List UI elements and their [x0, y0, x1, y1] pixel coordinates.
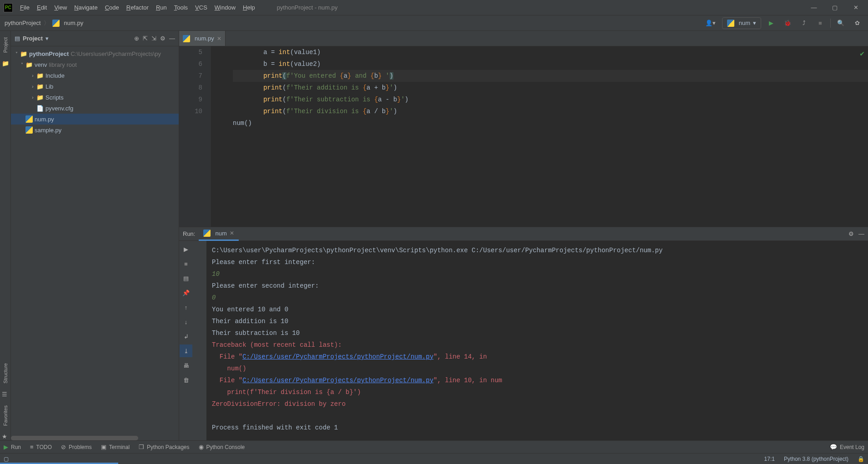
run-output[interactable]: C:\Users\user\PycharmProjects\pythonProj…: [206, 241, 868, 440]
menu-code[interactable]: Code: [101, 0, 123, 15]
lock-icon[interactable]: 🔒: [858, 456, 864, 462]
chevron-right-icon[interactable]: ›: [29, 73, 36, 78]
chevron-right-icon[interactable]: ›: [29, 84, 36, 89]
rerun-button[interactable]: ▶: [180, 243, 192, 255]
file-link[interactable]: C:/Users/user/PycharmProjects/pythonProj…: [242, 377, 433, 384]
menu-vcs[interactable]: VCS: [191, 0, 211, 15]
chevron-down-icon[interactable]: ˅: [13, 51, 20, 56]
bottom-tab-python-console[interactable]: ◉Python Console: [199, 444, 245, 450]
run-tab[interactable]: num ✕: [199, 227, 238, 241]
menu-help[interactable]: Help: [239, 0, 259, 15]
tree-item[interactable]: ›📁Scripts: [11, 92, 179, 103]
menu-refactor[interactable]: Refactor: [123, 0, 152, 15]
folder-icon[interactable]: 📁: [2, 60, 9, 67]
tree-item[interactable]: ›📁Include: [11, 70, 179, 81]
terminal-icon: ▣: [101, 444, 106, 450]
clear-button[interactable]: 🗑: [180, 374, 192, 386]
crumb-root[interactable]: pythonProject: [5, 20, 41, 26]
scroll-to-end-button[interactable]: ⤓: [180, 344, 192, 357]
layout-button[interactable]: ▤: [180, 272, 192, 284]
tree-label: pyvenv.cfg: [45, 105, 73, 112]
chevron-down-icon[interactable]: ˅: [18, 62, 25, 67]
crumb-file[interactable]: num.py: [64, 20, 84, 26]
tree-path: C:\Users\user\PycharmProjects\py: [70, 50, 161, 57]
close-icon[interactable]: ✕: [217, 35, 221, 42]
star-icon[interactable]: ★: [2, 433, 9, 440]
menu-view[interactable]: View: [50, 0, 70, 15]
minimize-icon[interactable]: —: [169, 35, 175, 42]
tree-note: library root: [49, 61, 76, 68]
tree-item[interactable]: 📄pyvenv.cfg: [11, 103, 179, 114]
up-icon[interactable]: ↑: [180, 301, 192, 314]
navbar: pythonProject 〉 num.py 👤▾ num ▾ ▶ 🐞 ⤴ ■ …: [0, 15, 868, 31]
debug-button[interactable]: 🐞: [781, 17, 794, 30]
search-button[interactable]: 🔍: [834, 17, 847, 30]
run-config-dropdown[interactable]: num ▾: [722, 17, 761, 29]
gear-icon[interactable]: ⚙: [160, 35, 166, 42]
list-icon: ≡: [30, 444, 34, 450]
maximize-button[interactable]: ▢: [824, 0, 845, 15]
down-icon[interactable]: ↓: [180, 315, 192, 328]
tree-label: Scripts: [45, 94, 64, 101]
run-with-coverage-button[interactable]: ⤴: [798, 17, 810, 30]
settings-button[interactable]: ✿: [851, 17, 863, 30]
project-tool-window: ▤ Project ▾ ⊕ ⇱ ⇲ ⚙ — ˅ 📁 pythonProject …: [11, 31, 179, 440]
stop-button[interactable]: ■: [180, 257, 192, 270]
warning-icon: ⊘: [61, 444, 66, 450]
scrollbar[interactable]: [11, 436, 179, 440]
bottom-tab-run[interactable]: ▶Run: [4, 444, 21, 450]
chevron-right-icon[interactable]: ›: [29, 95, 36, 100]
tree-label: venv: [35, 61, 47, 68]
user-icon[interactable]: 👤▾: [702, 20, 718, 26]
tool-windows-button[interactable]: ▢: [4, 456, 9, 462]
menu-edit[interactable]: Edit: [33, 0, 50, 15]
tree-file[interactable]: num.py: [11, 114, 179, 125]
tree-venv[interactable]: ˅ 📁 venv library root: [11, 59, 179, 70]
project-panel-title[interactable]: Project: [23, 35, 43, 42]
menu-run[interactable]: Run: [152, 0, 171, 15]
print-button[interactable]: 🖶: [180, 359, 192, 372]
pin-button[interactable]: 📌: [180, 286, 192, 299]
structure-icon[interactable]: ☰: [2, 391, 9, 398]
collapse-icon[interactable]: ⇲: [151, 35, 156, 42]
close-icon[interactable]: ✕: [230, 230, 234, 236]
menu-navigate[interactable]: Navigate: [70, 0, 101, 15]
event-log-button[interactable]: 💬Event Log: [830, 444, 864, 450]
menu-tools[interactable]: Tools: [171, 0, 191, 15]
python-console-icon: ◉: [199, 444, 204, 450]
minimize-icon[interactable]: —: [858, 230, 864, 237]
close-button[interactable]: ✕: [845, 0, 866, 15]
tree-item[interactable]: ›📁Lib: [11, 81, 179, 92]
python-icon: [203, 230, 211, 237]
bottom-tab-todo[interactable]: ≡TODO: [30, 444, 52, 450]
expand-icon[interactable]: ⇱: [143, 35, 148, 42]
file-link[interactable]: C:/Users/user/PycharmProjects/pythonProj…: [242, 353, 433, 360]
editor-tab[interactable]: num.py ✕: [179, 31, 226, 46]
menu-file[interactable]: File: [16, 0, 33, 15]
chevron-down-icon[interactable]: ▾: [45, 35, 49, 42]
python-icon: [25, 115, 33, 123]
interpreter-label[interactable]: Python 3.8 (pythonProject): [784, 456, 848, 462]
rail-structure[interactable]: Structure: [2, 359, 9, 387]
bottom-tab-terminal[interactable]: ▣Terminal: [101, 444, 130, 450]
tab-label: num.py: [195, 35, 214, 42]
run-button[interactable]: ▶: [765, 17, 778, 30]
stop-button[interactable]: ■: [814, 17, 827, 30]
soft-wrap-button[interactable]: ↲: [180, 330, 192, 343]
menu-window[interactable]: Window: [211, 0, 239, 15]
code-area[interactable]: a = int(value1) b = int(value2) print(f'…: [211, 46, 868, 227]
check-icon[interactable]: ✔: [860, 48, 864, 60]
bottom-tab-problems[interactable]: ⊘Problems: [61, 444, 92, 450]
caret-position[interactable]: 17:1: [764, 456, 775, 462]
rail-favorites[interactable]: Favorites: [2, 402, 9, 429]
editor[interactable]: 5678910 a = int(value1) b = int(value2) …: [179, 46, 868, 227]
bottom-tab-packages[interactable]: ❒Python Packages: [139, 444, 189, 450]
run-label: Run:: [183, 230, 195, 237]
rail-project[interactable]: Project: [2, 34, 9, 56]
minimize-button[interactable]: —: [803, 0, 824, 15]
locate-icon[interactable]: ⊕: [134, 35, 139, 42]
tree-label: Include: [45, 72, 65, 79]
tree-root[interactable]: ˅ 📁 pythonProject C:\Users\user\PycharmP…: [11, 48, 179, 59]
gear-icon[interactable]: ⚙: [848, 230, 854, 237]
tree-file[interactable]: sample.py: [11, 125, 179, 135]
